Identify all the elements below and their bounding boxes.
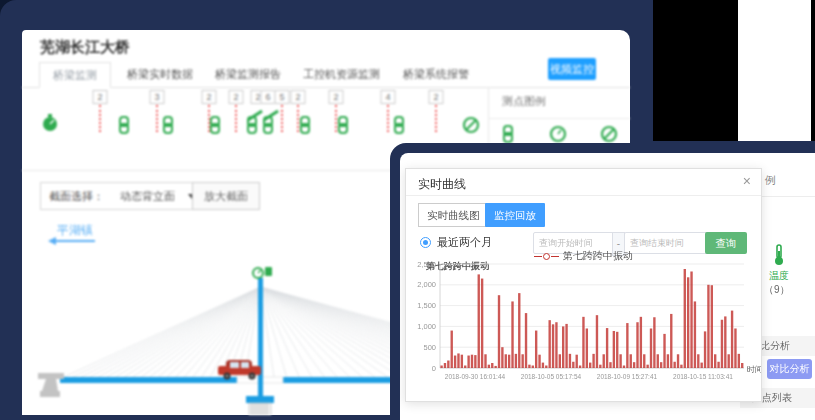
chain-sensor-icon[interactable] xyxy=(162,116,174,134)
svg-text:1,000: 1,000 xyxy=(417,322,436,331)
svg-text:2,000: 2,000 xyxy=(417,280,436,289)
alarm-dash-line xyxy=(435,105,437,132)
legend-panel-divider xyxy=(488,118,630,119)
direction-label: 平湖镇 xyxy=(57,222,93,239)
tab-realtime-data[interactable]: 桥梁实时数据 xyxy=(114,62,206,86)
alarm-dash-line xyxy=(156,105,158,132)
sensor-badge: 2 xyxy=(229,90,244,104)
curve-window: 例 温度 （9） 对比分析 对比分析 测点列表 实时曲线 × 实时曲线图 监控回… xyxy=(390,143,815,420)
bridge-abutment xyxy=(38,373,64,397)
vibration-chart-svg: 第七跨跨中振动 05001,0001,5002,0002,5002018-09-… xyxy=(406,259,761,391)
page-title: 芜湖长江大桥 xyxy=(40,38,130,57)
realtime-curve-dialog: 实时曲线 × 实时曲线图 监控回放 最近两个月 - 查询 第七跨跨中振动 第七跨… xyxy=(405,168,762,402)
car xyxy=(218,360,261,380)
svg-text:2018-10-09 15:27:41: 2018-10-09 15:27:41 xyxy=(597,373,658,380)
tab-monitor-report[interactable]: 桥梁监测报告 xyxy=(202,62,294,86)
tab-system-alarm[interactable]: 桥梁系统报警 xyxy=(390,62,482,86)
svg-text:0: 0 xyxy=(432,364,436,373)
tab-bridge-monitor[interactable]: 桥梁监测 xyxy=(39,62,111,88)
legend-line-icon xyxy=(534,256,542,257)
thermometer-icon xyxy=(773,244,785,266)
legend-panel-border xyxy=(488,88,489,143)
no-entry-legend-icon xyxy=(600,125,618,143)
background-window-strip xyxy=(738,0,811,141)
tab-realtime-curve[interactable]: 实时曲线图 xyxy=(418,203,489,227)
sensor-badge: 4 xyxy=(381,90,396,104)
x-axis-name: 时间 xyxy=(747,365,761,374)
sensor-badge: 2 xyxy=(291,90,306,104)
chain-sensor-icon[interactable] xyxy=(299,116,311,134)
sensor-badge: 6 xyxy=(261,90,276,104)
gauge-legend-icon xyxy=(549,125,567,143)
svg-text:1,500: 1,500 xyxy=(417,301,436,310)
legend-line-icon xyxy=(551,256,559,257)
svg-text:500: 500 xyxy=(423,343,436,352)
vibration-chart: 第七跨跨中振动 05001,0001,5002,0002,5002018-09-… xyxy=(406,259,761,391)
alarm-dash-line xyxy=(235,105,237,132)
chain-sensor-icon[interactable] xyxy=(118,116,130,134)
tower-top-sensor-icon xyxy=(253,267,272,278)
svg-text:2,500: 2,500 xyxy=(417,260,436,269)
tab-monitor-playback[interactable]: 监控回放 xyxy=(485,203,545,227)
svg-text:2018-10-05 05:17:54: 2018-10-05 05:17:54 xyxy=(521,373,582,380)
svg-text:2018-09-30 16:01:44: 2018-09-30 16:01:44 xyxy=(445,373,506,380)
alarm-dash-line xyxy=(99,105,101,132)
sensor-badge: 2 xyxy=(429,90,444,104)
direction-arrow-icon xyxy=(55,240,95,242)
no-entry-icon[interactable] xyxy=(462,116,480,134)
timer-sensor-icon[interactable] xyxy=(41,114,59,132)
chain-sensor-icon[interactable] xyxy=(337,116,349,134)
desktop-black-edge xyxy=(811,0,815,141)
chain-sensor-icon[interactable] xyxy=(209,116,221,134)
tab-bar: 桥梁监测 桥梁实时数据 桥梁监测报告 工控机资源监测 桥梁系统报警 xyxy=(22,62,630,88)
sensor-badge: 3 xyxy=(150,90,165,104)
sensor-badge: 2 xyxy=(329,90,344,104)
sensor-badge: 2 xyxy=(93,90,108,104)
section-select-value: 动态背立面 xyxy=(120,190,175,202)
section-select-group: 截面选择： 动态背立面 xyxy=(40,182,205,210)
bridge-piles xyxy=(249,403,271,415)
dialog-header: 实时曲线 × xyxy=(406,169,761,196)
svg-text:2018-10-15 11:03:41: 2018-10-15 11:03:41 xyxy=(673,373,733,380)
section-select[interactable]: 动态背立面 xyxy=(112,183,204,209)
temperature-count: （9） xyxy=(764,283,790,297)
chain-legend-icon xyxy=(502,125,514,143)
recent-two-months-radio[interactable] xyxy=(420,237,431,248)
compare-analysis-button[interactable]: 对比分析 xyxy=(767,359,812,379)
desktop-black-gap xyxy=(653,0,738,141)
alarm-dash-line xyxy=(387,105,389,132)
close-icon[interactable]: × xyxy=(743,173,751,189)
sensor-badge: 2 xyxy=(202,90,217,104)
radio-label: 最近两个月 xyxy=(437,235,492,250)
video-monitor-button[interactable]: 视频监控 xyxy=(548,58,596,80)
chart-bars xyxy=(440,269,743,368)
tab-ipc-resource[interactable]: 工控机资源监测 xyxy=(290,62,393,86)
dialog-title: 实时曲线 xyxy=(418,176,466,193)
peek-divider xyxy=(762,196,815,197)
legend-partial-text: 例 xyxy=(765,173,776,188)
temperature-label: 温度 xyxy=(769,269,789,283)
legend-panel-title: 测点图例 xyxy=(502,94,546,109)
chain-sensor-icon[interactable] xyxy=(393,116,405,134)
enlarge-section-button[interactable]: 放大截面 xyxy=(192,182,260,210)
sensor-badge: 5 xyxy=(275,90,290,104)
inclinometer-needles-icon xyxy=(246,108,286,122)
section-select-label: 截面选择： xyxy=(41,183,112,209)
